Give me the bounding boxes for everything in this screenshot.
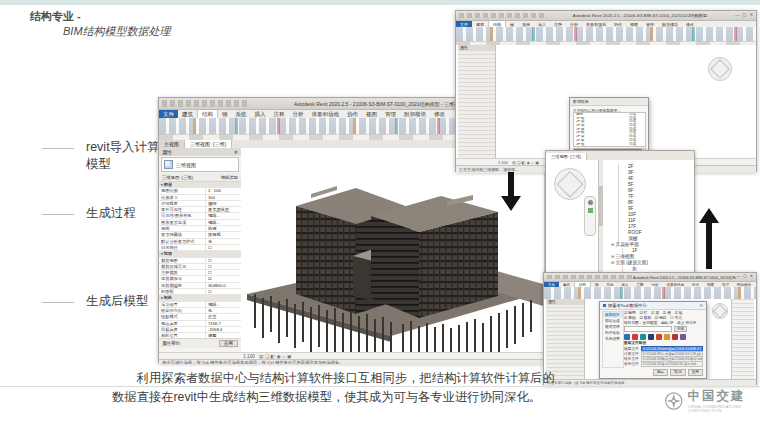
- titlebar[interactable]: Autodesk Revit 2020.2.5 - 21006-S3-BIM-S…: [456, 11, 756, 21]
- staad-app-icon[interactable]: [680, 334, 686, 340]
- model-canvas[interactable]: [241, 148, 545, 352]
- company-logo: 中国交建 CHINA COMMUNICATIONS CONSTRUCTION: [664, 389, 760, 413]
- status-bar: 单击可进行选择；按 Tab 键并单击可选择其他项目。: [544, 379, 756, 386]
- window-title: Autodesk Revit 2020.2.5 - 21006-S3-BIM-S…: [545, 13, 735, 18]
- dash-line: [42, 148, 74, 149]
- tssd-data-center-dialog: 探索者TssD数据中心 ✕ 模型转换图纸生成数据管理构件校核系统设置 ☑ 轴网 …: [599, 301, 707, 379]
- properties-palette-mini: 属性: [458, 45, 496, 158]
- view-control-icons[interactable]: ▤ ❏ ◧ ◉ ◇ ▣: [512, 160, 539, 165]
- view-tab[interactable]: 三维视图: {三维}: [546, 153, 587, 160]
- properties-palette-mini: 属性: [546, 299, 585, 379]
- dialog-title: 数据转换: [570, 98, 648, 106]
- view-tab[interactable]: 主视图: [159, 140, 185, 148]
- window-controls[interactable]: — ▢ ✕: [735, 13, 753, 17]
- steering-wheel-icon[interactable]: [588, 200, 593, 205]
- dialog-button[interactable]: 应用: [688, 369, 703, 376]
- pkpm-app-icon[interactable]: [632, 334, 638, 340]
- top-accent-bar: [0, 0, 760, 5]
- navigation-bar[interactable]: [584, 196, 596, 236]
- dialog-sidebar: 模型转换图纸生成数据管理构件校核系统设置: [602, 311, 624, 368]
- minimize-icon[interactable]: —: [735, 13, 739, 17]
- type-selector[interactable]: 三维视图: [161, 157, 239, 172]
- floor-range-dropdown[interactable]: [624, 326, 672, 333]
- conversion-row: 3F 柱 完成: [574, 143, 645, 147]
- workspace: 属性 探索者TssD数据中心 ✕ 模型转换图纸生成数据管理构件校核系统设置 ☑ …: [544, 299, 756, 379]
- midas-app-icon[interactable]: [648, 334, 654, 340]
- logo-subtext: CHINA COMMUNICATIONS CONSTRUCTION: [687, 405, 760, 413]
- etabs-app-icon[interactable]: [656, 334, 662, 340]
- dialog-button[interactable]: 确定: [653, 369, 668, 376]
- quick-access-toolbar[interactable]: [162, 100, 248, 107]
- view-tab[interactable]: 三维视图: {三维}: [185, 140, 232, 148]
- status-text: 单击可进行选择；按 Tab 键并单击可选择其他项目；按 Ctrl 键并单击可将新…: [162, 360, 344, 365]
- path-field[interactable]: D:\21006-S3\备份\21006-S3-备份.bak: [641, 361, 703, 367]
- view-control-icons[interactable]: ▤ ❏ ◧ ◉ ◇ ▣: [259, 354, 291, 359]
- properties-title: 属性: [162, 149, 172, 155]
- down-arrow-icon: [501, 172, 521, 211]
- status-bar: 单击可进行选择；按 Tab 键并单击可选择其他项目；按 Ctrl 键并单击可将新…: [159, 359, 549, 364]
- summary-paragraph: 利用探索者数据中心与结构计算软件接口互相同步，把结构计算软件计算后的数据直接在r…: [112, 369, 564, 407]
- close-icon[interactable]: ✕: [234, 149, 238, 155]
- viewcube-icon[interactable]: [712, 303, 728, 319]
- yjk-app-icon[interactable]: [640, 334, 646, 340]
- app-icon: [603, 304, 606, 307]
- window-title: Autodesk Revit 2020.2.5 - 21006-S3-BIM-S…: [633, 275, 736, 280]
- dash-line: [42, 214, 74, 215]
- viewcube-icon[interactable]: [554, 168, 586, 200]
- 3d-view-icon: [164, 160, 173, 169]
- minimize-icon[interactable]: —: [736, 275, 740, 279]
- revit-progress-window: Autodesk Revit 2020.2.5 - 21006-S3-BIM-S…: [455, 10, 757, 172]
- zoom-icon[interactable]: [588, 208, 593, 213]
- structural-3d-model: [241, 148, 545, 352]
- dialog-main: ☑ 轴网 ☑ 柱 ☑ 梁 ☑ 墙 ☑ 板 ☑ 基础 ☑ 楼梯 ☑ 钢筋 ☐ 节点…: [624, 311, 703, 368]
- 3d3s-app-icon[interactable]: [672, 334, 678, 340]
- workspace: 属性 数据转换 正在转换结构计算模型数据... 轴网 完成 1F 柱 完成 1F…: [456, 45, 756, 158]
- footer-divider: [0, 386, 760, 387]
- page-subtitle: BIM结构模型数据处理: [63, 24, 171, 39]
- properties-palette: 属性✕ 三维视图 三维视图: {三维} 编辑类型 图形 视图比例: [159, 148, 242, 352]
- property-rows: 图形 视图比例 1 : 100 比例值 1: 100 详细程度 精细: [159, 182, 241, 338]
- properties-title: 属性: [458, 45, 495, 51]
- apply-button[interactable]: 应用: [219, 340, 238, 347]
- workspace: 属性✕ 三维视图 三维视图: {三维} 编辑类型 图形 视图比例: [159, 148, 549, 352]
- view-scale[interactable]: 1:100: [243, 354, 255, 359]
- conversion-list: 轴网 完成 1F 柱 完成 1F 梁 完成 1F 墙 完成 1F 板: [573, 112, 646, 147]
- dash-line: [42, 302, 74, 303]
- browse-button[interactable]: 浏览: [674, 326, 687, 333]
- edit-type-button[interactable]: 编辑类型: [221, 175, 238, 180]
- property-row[interactable]: 相机位置 调整: [159, 333, 241, 338]
- page-title: 结构专业 -: [30, 9, 81, 24]
- titlebar[interactable]: Autodesk Revit 2020.2.5 - 21006-S3-BIM-S…: [544, 273, 756, 282]
- dialog-button[interactable]: 取消: [670, 369, 685, 376]
- close-icon[interactable]: ✕: [699, 303, 703, 308]
- path-row: 备份文件 D:\21006-S3\备份\21006-S3-备份.bak: [624, 361, 703, 366]
- project-browser-mini: [731, 299, 754, 379]
- software-icons-row[interactable]: [624, 332, 703, 341]
- maximize-icon[interactable]: ▢: [742, 13, 746, 17]
- viewcube-icon[interactable]: [708, 57, 732, 81]
- logo-text: 中国交建: [687, 390, 760, 403]
- tssd-app-icon[interactable]: [624, 334, 630, 340]
- revit-tssd-window: Autodesk Revit 2020.2.5 - 21006-S3-BIM-S…: [543, 272, 757, 385]
- up-arrow-icon: [699, 208, 719, 269]
- type-name: 三维视图: [176, 162, 196, 168]
- instance-name: 三维视图: {三维}: [162, 175, 193, 180]
- close-icon[interactable]: ✕: [749, 13, 753, 17]
- view-control-bar[interactable]: 1:100 ▤ ❏ ◧ ◉ ◇ ▣: [159, 352, 549, 359]
- presentation-slide: 结构专业 - BIM结构模型数据处理 revit导入计算模型 生成过程 生成后模…: [0, 0, 760, 429]
- dialog-title: 探索者TssD数据中心: [608, 303, 647, 308]
- quick-access-toolbar[interactable]: [547, 275, 633, 280]
- quick-access-toolbar[interactable]: [459, 13, 545, 18]
- compass-logo-icon: [664, 389, 683, 413]
- sidebar-item[interactable]: 系统设置: [603, 336, 623, 342]
- view-scale[interactable]: 1:100: [498, 160, 508, 165]
- close-icon[interactable]: ✕: [750, 275, 753, 279]
- dialog-buttons: 确定取消应用: [653, 369, 703, 376]
- ribbon-tools-strip[interactable]: [456, 27, 756, 42]
- properties-help-link[interactable]: 属性帮助: [162, 341, 180, 346]
- maximize-icon[interactable]: ▢: [743, 275, 747, 279]
- properties-title: 属性: [546, 299, 584, 305]
- sap2000-app-icon[interactable]: [664, 334, 670, 340]
- window-controls[interactable]: — ▢ ✕: [736, 275, 753, 279]
